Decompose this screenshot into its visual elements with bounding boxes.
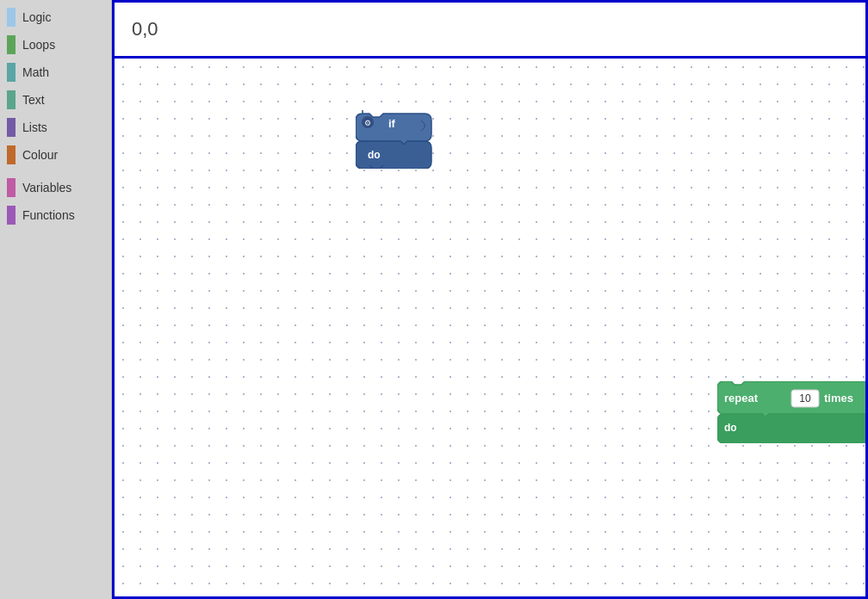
sidebar-item-label-math: Math — [22, 65, 49, 79]
sidebar-item-label-loops: Loops — [22, 38, 55, 52]
loops-color-bar — [7, 35, 16, 54]
sidebar-item-colour[interactable]: Colour — [0, 141, 111, 169]
canvas-area[interactable]: ⚙ if do repeat 10 — [112, 56, 868, 599]
main-area: 0,0 ⚙ if do — [112, 0, 868, 599]
sidebar-item-label-variables: Variables — [22, 181, 71, 195]
sidebar-item-text[interactable]: Text — [0, 86, 111, 114]
variables-color-bar — [7, 178, 16, 197]
repeat-block[interactable]: repeat 10 times do — [717, 381, 868, 443]
topbar: 0,0 — [112, 0, 868, 56]
sidebar-item-logic[interactable]: Logic — [0, 3, 111, 31]
sidebar-item-math[interactable]: Math — [0, 59, 111, 86]
sidebar-item-functions[interactable]: Functions — [0, 201, 111, 229]
sidebar-item-lists[interactable]: Lists — [0, 114, 111, 141]
logic-color-bar — [7, 8, 16, 27]
sidebar-item-label-colour: Colour — [22, 148, 58, 162]
svg-text:if: if — [388, 117, 396, 130]
sidebar-item-label-text: Text — [22, 93, 45, 107]
lists-color-bar — [7, 118, 16, 137]
svg-text:times: times — [824, 392, 853, 404]
colour-color-bar — [7, 145, 16, 164]
svg-text:do: do — [368, 149, 381, 161]
sidebar-item-variables[interactable]: Variables — [0, 174, 111, 201]
functions-color-bar — [7, 206, 16, 225]
coordinates-display: 0,0 — [132, 18, 158, 40]
sidebar-item-loops[interactable]: Loops — [0, 31, 111, 59]
svg-text:⚙: ⚙ — [364, 119, 371, 127]
sidebar-item-label-logic: Logic — [22, 10, 51, 24]
sidebar-item-label-lists: Lists — [22, 120, 47, 134]
math-color-bar — [7, 63, 16, 82]
svg-text:do: do — [724, 422, 737, 434]
text-color-bar — [7, 90, 16, 109]
sidebar-item-label-functions: Functions — [22, 208, 75, 222]
if-block[interactable]: ⚙ if do — [356, 110, 437, 169]
sidebar: Logic Loops Math Text Lists Colour Varia… — [0, 0, 112, 599]
svg-text:10: 10 — [799, 392, 811, 404]
svg-text:repeat: repeat — [724, 392, 759, 404]
